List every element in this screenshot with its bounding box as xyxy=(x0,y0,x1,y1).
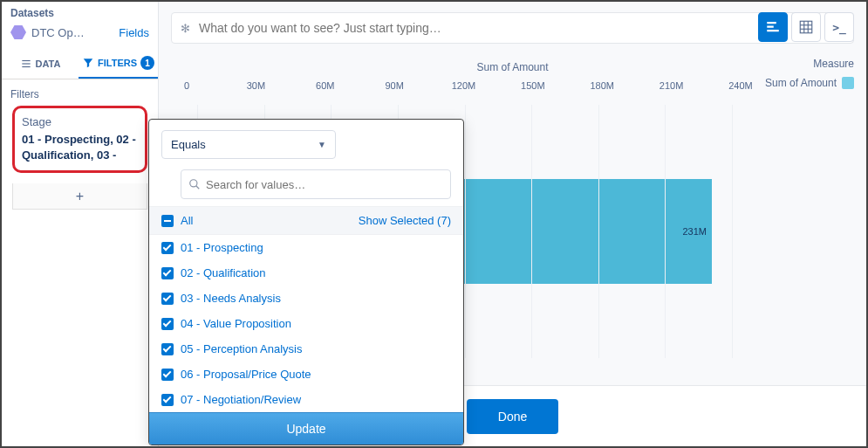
option-row[interactable]: 04 - Value Proposition xyxy=(149,311,463,336)
table-icon xyxy=(798,19,814,35)
option-label: 03 - Needs Analysis xyxy=(181,292,281,305)
axis-tick: 60M xyxy=(316,80,334,91)
axis-tick: 150M xyxy=(521,80,545,91)
chevron-down-icon: ▼ xyxy=(318,140,326,149)
show-selected-link[interactable]: Show Selected (7) xyxy=(359,214,451,227)
option-label: 07 - Negotiation/Review xyxy=(181,393,301,406)
checkbox-checked-icon xyxy=(161,293,174,305)
operator-select[interactable]: Equals ▼ xyxy=(161,130,336,159)
done-button[interactable]: Done xyxy=(467,399,558,434)
filter-card-stage[interactable]: Stage 01 - Prospecting, 02 - Qualificati… xyxy=(12,106,147,173)
axis-tick: 0 xyxy=(184,80,189,91)
tab-filters[interactable]: FILTERS 1 xyxy=(79,49,158,79)
list-icon xyxy=(20,58,32,70)
tab-data-label: DATA xyxy=(36,59,61,69)
option-row[interactable]: 03 - Needs Analysis xyxy=(149,286,463,311)
bar-value-label: 231M xyxy=(682,226,707,237)
dataset-row[interactable]: DTC Op… Fields xyxy=(2,21,158,49)
search-icon xyxy=(188,178,201,190)
left-tabs: DATA FILTERS 1 xyxy=(2,49,158,79)
spark-icon: ✻ xyxy=(181,22,190,35)
filter-count-badge: 1 xyxy=(140,56,154,70)
option-row[interactable]: 01 - Prospecting xyxy=(149,235,463,260)
dataset-name: DTC Op… xyxy=(31,26,113,39)
partial-check-icon xyxy=(161,215,174,227)
svg-line-12 xyxy=(196,186,200,190)
filter-values: 01 - Prospecting, 02 - Qualification, 03… xyxy=(22,132,138,163)
axis-tick: 90M xyxy=(385,80,403,91)
axis-tick: 210M xyxy=(660,80,684,91)
option-label: 04 - Value Proposition xyxy=(181,317,291,330)
option-row[interactable]: 06 - Proposal/Price Quote xyxy=(149,362,463,387)
x-axis: 030M60M90M120M150M180M210M240M xyxy=(187,80,741,98)
chart-toolbar: >_ xyxy=(758,12,854,42)
datasets-heading: Datasets xyxy=(2,2,158,21)
svg-point-11 xyxy=(190,180,197,187)
option-label: 05 - Perception Analysis xyxy=(181,342,302,355)
gridline xyxy=(598,105,599,358)
checkbox-checked-icon xyxy=(161,267,174,279)
checkbox-checked-icon xyxy=(161,369,174,381)
options-list: 01 - Prospecting02 - Qualification03 - N… xyxy=(149,235,463,412)
prompt-icon: >_ xyxy=(832,21,846,34)
left-panel: Datasets DTC Op… Fields DATA FILTERS 1 F… xyxy=(2,2,159,446)
bar-chart-button[interactable] xyxy=(758,12,788,42)
axis-tick: 180M xyxy=(590,80,614,91)
gridline xyxy=(732,105,733,358)
svg-rect-3 xyxy=(767,22,776,24)
operator-value: Equals xyxy=(171,138,206,151)
value-search-wrap xyxy=(181,169,451,199)
gridline xyxy=(531,105,532,358)
select-all-row[interactable]: All Show Selected (7) xyxy=(149,206,463,235)
tab-data[interactable]: DATA xyxy=(2,49,79,79)
saql-mode-button[interactable]: >_ xyxy=(824,12,854,42)
filter-popover: Equals ▼ All Show Selected (7) 01 - Pros… xyxy=(148,119,464,445)
axis-tick: 120M xyxy=(452,80,476,91)
checkbox-checked-icon xyxy=(161,318,174,330)
svg-rect-6 xyxy=(800,21,812,33)
checkbox-checked-icon xyxy=(161,394,174,406)
checkbox-checked-icon xyxy=(161,343,174,355)
option-label: 06 - Proposal/Price Quote xyxy=(181,368,311,381)
query-input[interactable] xyxy=(199,21,817,35)
value-search-input[interactable] xyxy=(201,178,443,191)
filter-title: Stage xyxy=(22,115,138,128)
filters-heading: Filters xyxy=(2,79,158,106)
update-button[interactable]: Update xyxy=(149,412,463,445)
bar-chart-icon xyxy=(765,19,781,35)
fields-link[interactable]: Fields xyxy=(119,26,149,39)
option-row[interactable]: 05 - Perception Analysis xyxy=(149,336,463,362)
option-row[interactable]: 02 - Qualification xyxy=(149,260,463,286)
option-row[interactable]: 07 - Negotiation/Review xyxy=(149,387,463,412)
tab-filters-label: FILTERS xyxy=(98,58,137,68)
table-mode-button[interactable] xyxy=(791,12,821,42)
checkbox-checked-icon xyxy=(161,242,174,254)
axis-tick: 30M xyxy=(247,80,265,91)
axis-tick: 240M xyxy=(728,80,753,91)
gridline xyxy=(665,105,666,358)
add-filter-button[interactable]: + xyxy=(12,183,147,210)
query-bar: ✻ xyxy=(171,12,854,44)
svg-rect-4 xyxy=(767,26,774,28)
gridline xyxy=(465,105,466,358)
dataset-icon xyxy=(10,24,26,40)
popover-caret xyxy=(148,177,149,191)
all-label: All xyxy=(181,214,193,227)
option-label: 02 - Qualification xyxy=(181,266,266,279)
chart-title: Sum of Amount xyxy=(171,61,854,73)
option-label: 01 - Prospecting xyxy=(181,241,263,254)
svg-rect-5 xyxy=(767,30,779,31)
filter-icon xyxy=(82,57,94,69)
